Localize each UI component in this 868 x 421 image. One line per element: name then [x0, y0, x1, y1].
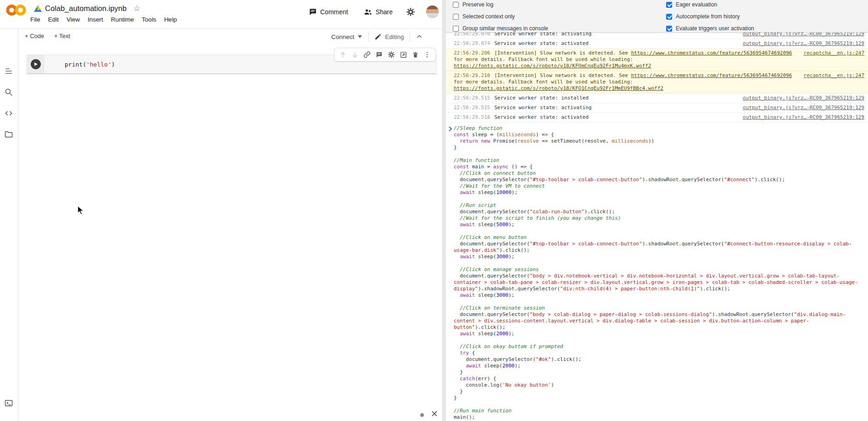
- more-actions-kebab-icon[interactable]: [423, 51, 431, 58]
- console-code-line: container > colab-tab-pane > colab-resiz…: [454, 279, 866, 286]
- menu-item-edit[interactable]: Edit: [48, 16, 59, 23]
- console-code-line: document.querySelector("body > colab-dia…: [454, 311, 866, 318]
- drag-handle-dot-icon[interactable]: [420, 413, 424, 417]
- checkbox-group-similar[interactable]: Group similar messages in console: [453, 25, 548, 32]
- files-icon[interactable]: [4, 130, 13, 139]
- toolbar-separator: [410, 32, 410, 42]
- log-message-link[interactable]: https://fonts.gstatic.com/s/roboto/v18/K…: [454, 85, 663, 91]
- console-code-line: }: [454, 369, 866, 376]
- notebook-title[interactable]: Colab_automation.ipynb: [45, 4, 127, 13]
- run-cell-button[interactable]: [31, 59, 41, 69]
- log-source-link[interactable]: output_binary.js?vrz…-RC00_367965219:129: [743, 95, 864, 101]
- search-icon[interactable]: [4, 88, 13, 97]
- checkbox-autocomplete-history[interactable]: Autocomplete from history: [666, 13, 740, 20]
- checkbox[interactable]: [666, 14, 672, 20]
- notebook-toolbar: + Code + Text Connect Editing: [0, 28, 442, 44]
- log-timestamp: 22:56:29.210: [454, 72, 490, 78]
- copy-link-button[interactable]: [363, 50, 371, 59]
- share-button[interactable]: Share: [376, 8, 393, 16]
- log-source-link[interactable]: recaptcha__en.js:247: [804, 50, 864, 69]
- console-code-line: display").shadowRoot.querySelector("div:…: [454, 286, 866, 292]
- titlebar: Colab_automation.ipynb ☆: [34, 4, 140, 13]
- menu-item-tools[interactable]: Tools: [142, 16, 156, 23]
- menu-item-help[interactable]: Help: [164, 16, 177, 23]
- console-input-area[interactable]: //Sleep functionconst sleep = (milliseco…: [445, 122, 868, 421]
- menu-item-insert[interactable]: Insert: [88, 16, 103, 23]
- checkbox[interactable]: [453, 14, 459, 20]
- console-log-row: 22:56:29.515Service worker state: activa…: [445, 103, 868, 113]
- toolbar-separator: [368, 32, 369, 42]
- log-timestamp: 22:56:29.515: [454, 95, 490, 101]
- console-code-line: [454, 228, 866, 234]
- add-code-button[interactable]: + Code: [25, 33, 44, 39]
- console-code-line: //Click on manage sessions: [454, 266, 866, 273]
- console-code-line: await sleep(3000);: [454, 292, 866, 299]
- log-source-link[interactable]: output_binary.js?vrz…-RC00_367965219:129: [743, 105, 864, 111]
- menubar: File Edit View Insert Runtime Tools Help: [30, 16, 177, 23]
- table-of-contents-icon[interactable]: [4, 66, 13, 76]
- console-code-line: document.querySelector("#top-toolbar > c…: [454, 177, 866, 183]
- comment-button[interactable]: Comment: [320, 8, 348, 16]
- comment-icon[interactable]: [308, 7, 317, 17]
- console-log-message: 22:56:29.515Service worker state: instal…: [445, 95, 736, 101]
- connect-button[interactable]: Connect: [331, 33, 362, 40]
- settings-gear-icon[interactable]: [406, 7, 416, 17]
- delete-cell-button[interactable]: [412, 51, 419, 59]
- comment-cell-button[interactable]: [375, 51, 383, 59]
- log-message-link[interactable]: https://fonts.gstatic.com/s/roboto/v18/K…: [454, 63, 651, 69]
- console-code-line: const main = async () => {: [454, 164, 866, 170]
- log-timestamp: 22:56:29.515: [454, 105, 490, 111]
- menu-item-file[interactable]: File: [30, 16, 40, 23]
- colab-pane: Colab_automation.ipynb ☆ File Edit View …: [0, 0, 442, 421]
- checkbox[interactable]: [666, 2, 672, 8]
- checkbox-preserve-log[interactable]: Preserve log: [453, 1, 493, 8]
- checkbox-eager-evaluation[interactable]: Eager evaluation: [666, 1, 717, 8]
- move-cell-up-button[interactable]: [339, 51, 347, 59]
- log-source-link[interactable]: output_binary.js?vrz…-RC00_367965219:129: [743, 33, 864, 37]
- console-input-code[interactable]: //Sleep functionconst sleep = (milliseco…: [454, 125, 866, 421]
- add-text-button[interactable]: + Text: [54, 33, 70, 39]
- log-source-link[interactable]: recaptcha__en.js:247: [804, 72, 864, 92]
- pane-divider[interactable]: [442, 0, 445, 421]
- checkbox-selected-context-only[interactable]: Selected context only: [453, 13, 515, 20]
- console-code-line: await sleep(3000);: [454, 254, 866, 260]
- console-code-line: catch(err) {: [454, 376, 866, 382]
- console-code-line: return new Promise(resolve => setTimeout…: [454, 138, 866, 144]
- colab-logo[interactable]: [6, 3, 27, 17]
- log-timestamp: 22:56:29.206: [454, 50, 490, 56]
- play-icon: [33, 62, 38, 66]
- cell-code[interactable]: print('hello'): [45, 55, 115, 73]
- checkbox-evaluate-user-activation[interactable]: Evaluate triggers user activation: [666, 25, 754, 32]
- log-message-link[interactable]: https://www.chromestatus.com/feature/563…: [631, 50, 792, 56]
- terminal-icon[interactable]: [4, 399, 13, 408]
- menu-item-runtime[interactable]: Runtime: [111, 16, 134, 23]
- left-sidebar: [0, 29, 18, 421]
- close-icon[interactable]: [431, 410, 438, 417]
- move-cell-down-button[interactable]: [351, 51, 359, 59]
- console-code-line: //Main function: [454, 157, 866, 164]
- pencil-icon: [374, 33, 382, 40]
- log-message-link[interactable]: https://www.chromestatus.com/feature/563…: [631, 72, 792, 78]
- menu-item-view[interactable]: View: [67, 16, 80, 23]
- console-log-row: 22:56:29.206[Intervention] Slow network …: [445, 49, 868, 71]
- console-log-message: 22:56:29.070Service worker state: activa…: [445, 33, 736, 37]
- console-code-line: }: [454, 395, 866, 401]
- cell-settings-gear-icon[interactable]: [387, 50, 395, 59]
- devtools-console-pane: Preserve log Selected context only Group…: [445, 0, 868, 421]
- console-log-row: 22:56:29.074Service worker state: activa…: [445, 39, 868, 49]
- share-icon[interactable]: [363, 7, 373, 17]
- code-snippets-icon[interactable]: [4, 109, 13, 118]
- console-code-line: [454, 260, 866, 266]
- console-code-line: [454, 299, 866, 305]
- cell-toolbar: [334, 48, 436, 61]
- star-icon[interactable]: ☆: [134, 4, 140, 13]
- checkbox[interactable]: [453, 26, 459, 32]
- user-avatar[interactable]: [426, 5, 439, 18]
- checkbox[interactable]: [666, 26, 672, 32]
- log-source-link[interactable]: output_binary.js?vrz…-RC00_367965219:129: [743, 114, 864, 121]
- editing-button[interactable]: Editing: [374, 33, 404, 40]
- checkbox[interactable]: [453, 2, 459, 8]
- mirror-cell-button[interactable]: [400, 51, 407, 59]
- collapse-toolbar-button[interactable]: [416, 33, 423, 40]
- log-source-link[interactable]: output_binary.js?vrz…-RC00_367965219:129: [743, 40, 864, 47]
